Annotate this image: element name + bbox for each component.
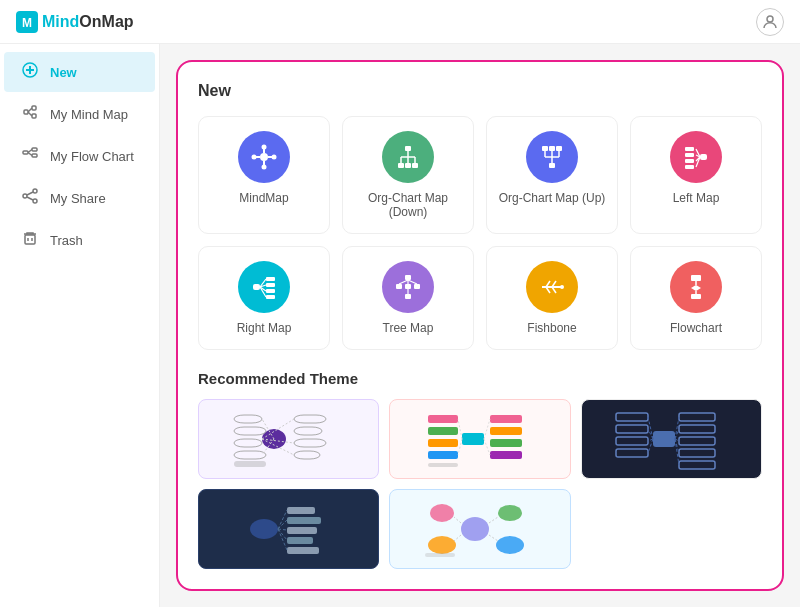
sidebar-item-new[interactable]: New xyxy=(4,52,155,92)
svg-point-33 xyxy=(272,155,277,160)
svg-line-114 xyxy=(484,419,490,439)
svg-rect-54 xyxy=(685,153,694,157)
svg-rect-35 xyxy=(398,163,404,168)
svg-rect-104 xyxy=(234,461,266,467)
sidebar-item-trash[interactable]: Trash xyxy=(4,220,155,260)
svg-rect-132 xyxy=(616,437,648,445)
svg-line-145 xyxy=(278,520,287,529)
map-item-tree[interactable]: Tree Map xyxy=(342,246,474,350)
map-item-left-map[interactable]: Left Map xyxy=(630,116,762,234)
flowchart-icon-circle xyxy=(670,261,722,313)
svg-marker-86 xyxy=(691,285,701,291)
svg-rect-118 xyxy=(428,463,458,467)
svg-rect-139 xyxy=(287,507,315,514)
svg-point-16 xyxy=(33,189,37,193)
theme-item-3[interactable] xyxy=(581,399,762,479)
left-map-icon-circle xyxy=(670,131,722,183)
svg-rect-64 xyxy=(266,289,275,293)
new-section-title: New xyxy=(198,82,762,100)
svg-rect-11 xyxy=(23,151,28,154)
svg-rect-36 xyxy=(405,163,411,168)
svg-rect-63 xyxy=(266,283,275,287)
svg-rect-85 xyxy=(691,275,701,281)
svg-rect-70 xyxy=(405,275,411,280)
svg-point-152 xyxy=(498,505,522,521)
svg-rect-143 xyxy=(287,547,319,554)
share-icon xyxy=(20,188,40,208)
svg-rect-12 xyxy=(32,148,37,151)
svg-rect-34 xyxy=(405,146,411,151)
svg-rect-140 xyxy=(287,517,321,524)
theme-item-5[interactable] xyxy=(389,489,570,569)
right-map-label: Right Map xyxy=(237,321,292,335)
svg-rect-72 xyxy=(405,284,411,289)
svg-rect-124 xyxy=(679,461,715,469)
sidebar-mind-map-label: My Mind Map xyxy=(50,107,128,122)
svg-text:M: M xyxy=(22,16,32,30)
svg-line-15 xyxy=(28,153,32,156)
main-layout: New My Mind Map My Flow Chart My Share T… xyxy=(0,44,800,607)
sidebar-new-label: New xyxy=(50,65,77,80)
svg-rect-107 xyxy=(490,427,522,435)
svg-point-80 xyxy=(560,285,564,289)
map-item-right-map[interactable]: Right Map xyxy=(198,246,330,350)
svg-rect-65 xyxy=(266,295,275,299)
tree-icon-circle xyxy=(382,261,434,313)
map-item-fishbone[interactable]: Fishbone xyxy=(486,246,618,350)
map-item-flowchart[interactable]: Flowchart xyxy=(630,246,762,350)
sidebar-item-my-flow-chart[interactable]: My Flow Chart xyxy=(4,136,155,176)
map-item-mindmap[interactable]: MindMap xyxy=(198,116,330,234)
svg-rect-119 xyxy=(653,431,675,447)
map-grid: MindMap xyxy=(198,116,762,350)
fishbone-label: Fishbone xyxy=(527,321,576,335)
sidebar: New My Mind Map My Flow Chart My Share T… xyxy=(0,44,160,607)
mindmap-icon-circle xyxy=(238,131,290,183)
user-avatar[interactable] xyxy=(756,8,784,36)
svg-rect-97 xyxy=(234,439,262,447)
svg-rect-158 xyxy=(425,553,455,557)
svg-rect-106 xyxy=(490,415,522,423)
svg-rect-87 xyxy=(691,294,701,299)
svg-rect-46 xyxy=(556,146,562,151)
svg-rect-21 xyxy=(25,235,35,244)
svg-line-75 xyxy=(399,280,408,284)
mind-map-icon xyxy=(20,104,40,124)
theme-item-1[interactable] xyxy=(198,399,379,479)
svg-line-77 xyxy=(408,280,417,284)
svg-rect-52 xyxy=(700,154,707,160)
svg-line-156 xyxy=(489,517,498,523)
org-down-icon-circle xyxy=(382,131,434,183)
svg-line-10 xyxy=(28,112,32,116)
map-item-org-up[interactable]: Org-Chart Map (Up) xyxy=(486,116,618,234)
svg-line-146 xyxy=(278,529,287,530)
svg-point-31 xyxy=(262,165,267,170)
svg-rect-105 xyxy=(462,433,484,445)
svg-rect-96 xyxy=(234,427,266,435)
svg-line-20 xyxy=(27,197,33,200)
theme-item-2[interactable] xyxy=(389,399,570,479)
svg-rect-74 xyxy=(414,284,420,289)
svg-rect-91 xyxy=(294,415,326,423)
svg-point-151 xyxy=(428,536,456,554)
svg-rect-62 xyxy=(266,277,275,281)
sidebar-item-my-share[interactable]: My Share xyxy=(4,178,155,218)
arrow-annotation xyxy=(160,334,172,418)
map-item-org-down[interactable]: Org-Chart Map (Down) xyxy=(342,116,474,234)
sidebar-item-my-mind-map[interactable]: My Mind Map xyxy=(4,94,155,134)
svg-rect-61 xyxy=(253,284,260,290)
right-map-icon-circle xyxy=(238,261,290,313)
theme-item-4[interactable] xyxy=(198,489,379,569)
svg-rect-13 xyxy=(32,154,37,157)
svg-rect-121 xyxy=(679,425,715,433)
svg-point-30 xyxy=(262,145,267,150)
svg-rect-122 xyxy=(679,437,715,445)
svg-rect-108 xyxy=(490,439,522,447)
svg-rect-56 xyxy=(685,165,694,169)
svg-line-116 xyxy=(458,419,462,439)
recommended-title: Recommended Theme xyxy=(198,370,762,387)
org-down-label: Org-Chart Map (Down) xyxy=(351,191,465,219)
org-up-label: Org-Chart Map (Up) xyxy=(499,191,606,205)
svg-point-2 xyxy=(767,16,773,22)
logo: M MindOnMap xyxy=(16,11,134,33)
content-area: New MindMap xyxy=(160,44,800,607)
